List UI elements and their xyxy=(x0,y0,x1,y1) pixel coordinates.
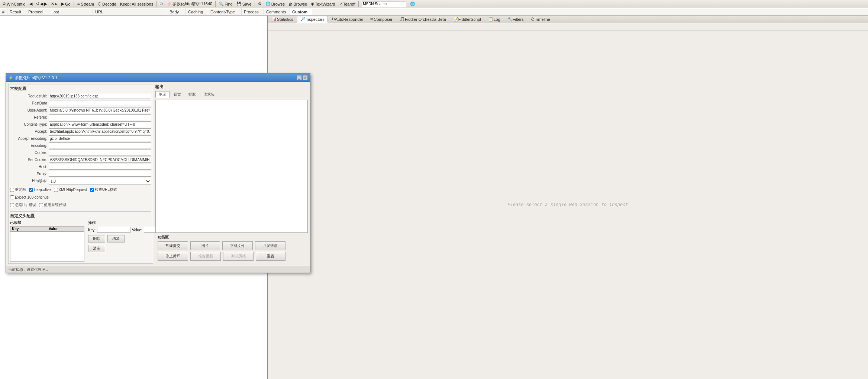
cb-redirect[interactable] xyxy=(10,188,14,192)
col-caching[interactable]: Caching xyxy=(186,8,208,15)
btn-download[interactable]: 下载文件 xyxy=(222,241,253,250)
tab-fiddlerscript[interactable]: 📝 FiddlerScript xyxy=(450,16,485,23)
cb-checkurl-label[interactable]: 检查URL格式 xyxy=(90,187,117,192)
tab-filters[interactable]: 🔧 Filters xyxy=(504,16,527,23)
cb-xmlhttp[interactable] xyxy=(54,188,58,192)
tab-visual[interactable]: 视觉 xyxy=(170,91,184,98)
table-body xyxy=(10,232,84,261)
output-pane: 输出 响应 视觉 提取 请求头 功能区 常规提交 图片 下 xyxy=(155,84,308,264)
toolbar-stream[interactable]: ≋ Stream xyxy=(75,1,96,7)
tab-inspectors[interactable]: 🔎 Inspectors xyxy=(297,16,328,23)
dialog-minimize-button[interactable]: _ xyxy=(297,75,302,80)
toolbar-controls[interactable]: ✕ ▸ xyxy=(49,1,59,7)
label-requesturl: RequestUrl: xyxy=(10,94,47,98)
input-requesturl[interactable] xyxy=(49,93,151,99)
output-tabs: 响应 视觉 提取 请求头 xyxy=(155,91,308,98)
btn-normal-submit[interactable]: 常规提交 xyxy=(158,241,188,250)
input-postdata[interactable] xyxy=(49,100,151,106)
tab-composer[interactable]: ✏ Composer xyxy=(367,16,396,23)
tab-extract[interactable]: 提取 xyxy=(185,91,199,98)
col-contenttype[interactable]: Content-Type xyxy=(208,8,242,15)
col-process[interactable]: Process xyxy=(242,8,264,15)
btn-image[interactable]: 图片 xyxy=(190,241,220,250)
input-accept[interactable] xyxy=(49,128,151,134)
toolbar-decode[interactable]: ⬡ Decode xyxy=(96,1,118,7)
tab-statistics[interactable]: 📊 Statistics xyxy=(268,16,297,23)
cb-checkurl[interactable] xyxy=(90,188,94,192)
col-protocol[interactable]: Protocol xyxy=(26,8,48,15)
col-custom[interactable]: Custom xyxy=(290,8,312,15)
col-body[interactable]: Body xyxy=(167,8,186,15)
tab-timeline[interactable]: ⏱ Timeline xyxy=(527,16,554,23)
custom-headers-body: 已添加 Key Value xyxy=(10,220,151,262)
func-zone-title: 功能区 xyxy=(158,235,306,240)
sep4 xyxy=(255,1,255,7)
col-result[interactable]: Result xyxy=(7,8,26,15)
ops-value-label: Value: xyxy=(132,228,142,232)
cb-sysproxy[interactable] xyxy=(39,203,43,207)
filters-icon: 🔧 xyxy=(507,17,513,22)
btn-add-header[interactable]: 增加 xyxy=(107,235,125,243)
msdn-search-input[interactable] xyxy=(362,1,406,7)
toolbar-find[interactable]: 🔍 Find xyxy=(217,1,234,7)
cb-keepalive[interactable] xyxy=(29,188,33,192)
toolbar-nav[interactable]: ◀ xyxy=(28,1,34,7)
cb-expect100-label[interactable]: Expect 100-continue xyxy=(10,195,49,199)
sep5 xyxy=(358,1,359,7)
toolbar-save[interactable]: 💾 Save xyxy=(235,1,253,7)
cb-expect100[interactable] xyxy=(10,195,14,199)
col-host[interactable]: Host xyxy=(48,8,93,15)
tab-autoresponder[interactable]: ↻ AutoResponder xyxy=(328,16,367,23)
toolbar-clearcache[interactable]: 🗑 Browse xyxy=(287,1,309,7)
label-contenttype: Content-Type: xyxy=(10,122,47,126)
toolbar-winconfig[interactable]: ⚙ WinConfig xyxy=(1,1,27,7)
toolbar-replay[interactable]: ↺ ◀ ▶ xyxy=(35,1,49,7)
btn-check-update: 检查更新 xyxy=(190,252,221,261)
input-set-cookie[interactable] xyxy=(49,157,151,163)
toolbar-msdn-search[interactable] xyxy=(360,1,408,7)
tab-orchestra[interactable]: 🎵 Fiddler Orchestra Beta xyxy=(396,16,449,23)
tab-reqheader[interactable]: 请求头 xyxy=(200,91,218,98)
form-row-proxy: Proxy: xyxy=(10,171,151,177)
input-accept-encoding[interactable] xyxy=(49,135,151,141)
input-host[interactable] xyxy=(49,164,151,170)
btn-clear-headers[interactable]: 清空 xyxy=(88,245,105,252)
input-referer[interactable] xyxy=(49,114,151,120)
toolbar-settings[interactable]: ⚙ xyxy=(256,1,263,7)
cb-keepalive-label[interactable]: keep-alive xyxy=(29,187,51,192)
cb-redirect-label[interactable]: 重定向 xyxy=(10,187,26,192)
tab-response[interactable]: 响应 xyxy=(155,91,170,98)
toolbar-go[interactable]: ▶ Go xyxy=(60,1,72,7)
select-http-version[interactable]: 1.0 1.1 xyxy=(49,178,151,184)
btn-concurrent[interactable]: 并发请求 xyxy=(255,241,285,250)
toolbar-web[interactable]: 🌐 xyxy=(409,1,417,7)
col-url[interactable]: URL xyxy=(93,8,167,15)
tab-log[interactable]: 📋 Log xyxy=(485,16,503,23)
toolbar-keep[interactable]: Keep: All sessions xyxy=(119,1,155,7)
col-num[interactable]: # xyxy=(0,8,7,15)
input-useragent[interactable] xyxy=(49,107,151,113)
toolbar-add[interactable]: ⊕ xyxy=(158,1,164,7)
input-encoding[interactable] xyxy=(49,142,151,148)
statistics-icon: 📊 xyxy=(272,17,277,22)
btn-stop-loop[interactable]: 停止循环 xyxy=(158,252,188,261)
btn-reset[interactable]: 重置 xyxy=(256,252,285,261)
form-row-cookie: Cookie: xyxy=(10,150,151,155)
cb-ignoreerr[interactable] xyxy=(10,203,14,207)
dialog-close-button[interactable]: ✕ xyxy=(303,75,308,80)
tearoff-icon: ↗ xyxy=(339,1,342,6)
toolbar-param[interactable]: ⚡ 参数化http请求:11640 xyxy=(165,1,214,7)
ops-key-input[interactable] xyxy=(97,227,130,233)
col-comments[interactable]: Comments xyxy=(264,8,290,15)
cb-ignoreerr-label[interactable]: 忽略http错误 xyxy=(10,202,36,208)
input-contenttype[interactable] xyxy=(49,121,151,127)
input-proxy[interactable] xyxy=(49,171,151,177)
btn-delete-header[interactable]: 删除 xyxy=(88,235,105,243)
input-cookie[interactable] xyxy=(49,150,151,155)
toolbar-browse[interactable]: 🌐 Browse xyxy=(264,1,287,7)
dialog-body: 常规配置 RequestUrl: PostData User-Agent: xyxy=(6,82,310,266)
cb-sysproxy-label[interactable]: 使用系统代理 xyxy=(39,202,66,208)
toolbar-textwizard[interactable]: Ψ TextWizard xyxy=(309,1,337,7)
cb-xmlhttp-label[interactable]: XMLHttpRequest xyxy=(54,187,87,192)
toolbar-tearoff[interactable]: ↗ Tearoff xyxy=(338,1,357,7)
